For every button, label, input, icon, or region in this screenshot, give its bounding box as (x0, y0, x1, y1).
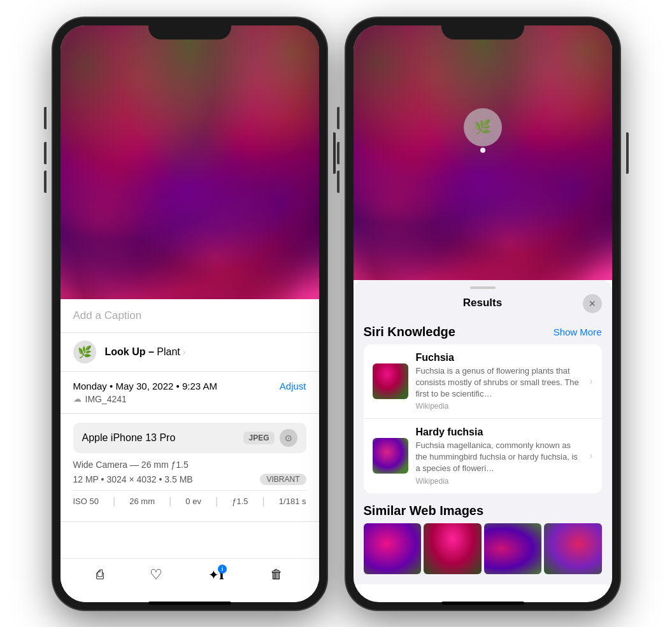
left-phone-screen: Add a Caption 🌿 Look Up – Plant › Monday… (61, 25, 319, 602)
resolution-text: 12 MP • 3024 × 4032 • 3.5 MB (73, 474, 193, 484)
knowledge-item-hardy-fuchsia[interactable]: Hardy fuchsia Fuchsia magellanica, commo… (364, 419, 602, 493)
camera-model: Apple iPhone 13 Pro (82, 432, 176, 444)
focal-value: 26 mm (129, 497, 155, 506)
results-sheet: Results ✕ Siri Knowledge Show More (354, 280, 612, 584)
trash-button[interactable]: 🗑 (270, 567, 283, 582)
flower-image-right: 🌿 (354, 25, 612, 280)
filename: IMG_4241 (85, 394, 127, 404)
camera-header: Apple iPhone 13 Pro JPEG ⊙ (73, 423, 306, 453)
hardy-fuchsia-thumbnail (373, 438, 408, 474)
left-phone: Add a Caption 🌿 Look Up – Plant › Monday… (53, 18, 327, 610)
fuchsia-name: Fuchsia (416, 352, 582, 363)
similar-images-grid (364, 523, 602, 574)
lookup-row[interactable]: 🌿 Look Up – Plant › (61, 333, 319, 372)
siri-visual-lookup-icon: 🌿 (464, 108, 502, 146)
format-badge: JPEG (243, 432, 274, 444)
hardy-fuchsia-info: Hardy fuchsia Fuchsia magellanica, commo… (416, 426, 582, 486)
fuchsia-thumb-image (373, 363, 408, 399)
adjust-button[interactable]: Adjust (280, 381, 306, 391)
siri-knowledge-header: Siri Knowledge Show More (364, 325, 602, 339)
aperture-value: ƒ1.5 (232, 497, 248, 506)
right-phone: 🌿 Results ✕ Siri Knowledge Show M (346, 18, 620, 610)
ev-value: 0 ev (185, 497, 201, 506)
similar-image-3[interactable] (484, 523, 542, 574)
phone-notch-left (148, 18, 231, 39)
sheet-header: Results ✕ (354, 294, 612, 317)
show-more-button[interactable]: Show More (554, 327, 602, 337)
similar-section: Similar Web Images (364, 504, 602, 574)
lookup-chevron-icon: › (183, 347, 186, 357)
knowledge-card: Fuchsia Fuchsia is a genus of flowering … (364, 344, 602, 493)
siri-leaf-icon: 🌿 (474, 119, 491, 136)
fuchsia-source: Wikipedia (416, 402, 582, 411)
camera-section: Apple iPhone 13 Pro JPEG ⊙ Wide Camera —… (61, 414, 319, 522)
info-badge: i (218, 565, 227, 574)
hardy-chevron-icon: › (589, 450, 592, 461)
meta-file-row: ☁ IMG_4241 (73, 394, 306, 404)
similar-image-1[interactable] (364, 523, 422, 574)
similar-image-4[interactable] (544, 523, 602, 574)
gear-icon[interactable]: ⊙ (280, 429, 297, 447)
siri-icon: 🌿 (73, 341, 96, 363)
heart-button[interactable]: ♡ (150, 567, 162, 583)
share-button[interactable]: ⎙ (96, 567, 104, 582)
similar-image-2[interactable] (424, 523, 482, 574)
meta-row: Monday • May 30, 2022 • 9:23 AM Adjust (73, 381, 306, 391)
close-icon: ✕ (589, 299, 596, 309)
siri-knowledge-title: Siri Knowledge (364, 325, 455, 339)
style-badge: VIBRANT (260, 474, 306, 485)
camera-resolution-details: 12 MP • 3024 × 4032 • 3.5 MB VIBRANT (73, 474, 306, 485)
fuchsia-info: Fuchsia Fuchsia is a genus of flowering … (416, 352, 582, 411)
fuchsia-description: Fuchsia is a genus of flowering plants t… (416, 365, 582, 400)
lookup-text: Look Up – Plant (105, 346, 180, 358)
sheet-title: Results (463, 297, 502, 309)
hardy-fuchsia-name: Hardy fuchsia (416, 426, 582, 438)
photo-date: Monday • May 30, 2022 • 9:23 AM (73, 381, 217, 391)
exif-row: ISO 50 | 26 mm | 0 ev | ƒ1.5 | 1/181 s (73, 490, 306, 512)
home-indicator-left (148, 602, 231, 605)
green-overlay-left (61, 25, 319, 299)
phone-notch-right (441, 18, 524, 39)
similar-title: Similar Web Images (364, 504, 484, 518)
knowledge-item-fuchsia[interactable]: Fuchsia Fuchsia is a genus of flowering … (364, 344, 602, 419)
bottom-toolbar: ⎙ ♡ ✦ℹ i 🗑 (61, 558, 319, 602)
phones-container: Add a Caption 🌿 Look Up – Plant › Monday… (40, 5, 633, 623)
sheet-content[interactable]: Siri Knowledge Show More Fuchsia Fuchsia… (354, 317, 612, 584)
similar-header: Similar Web Images (364, 504, 602, 518)
fuchsia-thumbnail (373, 363, 408, 399)
sheet-handle (470, 286, 496, 289)
green-overlay-right (354, 25, 612, 280)
hardy-fuchsia-source: Wikipedia (416, 477, 582, 486)
right-phone-screen: 🌿 Results ✕ Siri Knowledge Show M (354, 25, 612, 602)
hardy-fuchsia-description: Fuchsia magellanica, commonly known as t… (416, 440, 582, 475)
caption-area[interactable]: Add a Caption (61, 299, 319, 333)
camera-badges: JPEG ⊙ (243, 429, 297, 447)
home-indicator-right (441, 602, 524, 605)
siri-dot (480, 148, 485, 153)
metadata-section: Monday • May 30, 2022 • 9:23 AM Adjust ☁… (61, 372, 319, 414)
leaf-icon: 🌿 (78, 345, 92, 359)
cloud-icon: ☁ (73, 394, 82, 404)
flower-image-left (61, 25, 319, 299)
close-button[interactable]: ✕ (583, 294, 602, 313)
info-button[interactable]: ✦ℹ i (208, 567, 224, 582)
iso-value: ISO 50 (73, 497, 99, 506)
caption-placeholder: Add a Caption (73, 309, 142, 321)
fuchsia-chevron-icon: › (589, 376, 592, 387)
hardy-thumb-image (373, 438, 408, 474)
shutter-value: 1/181 s (279, 497, 306, 506)
camera-lens-details: Wide Camera — 26 mm ƒ1.5 (73, 460, 306, 470)
